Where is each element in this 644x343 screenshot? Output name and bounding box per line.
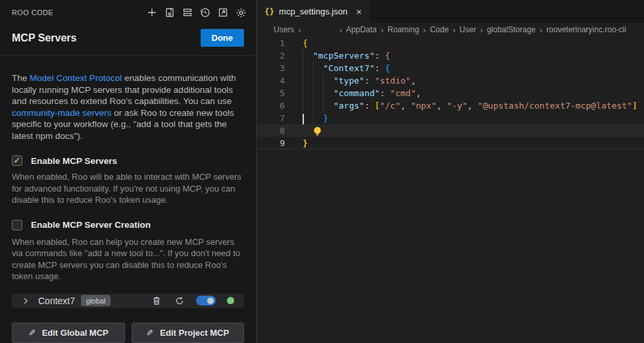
breadcrumb-item[interactable]: AppData (346, 25, 377, 34)
pencil-icon: ✎ (28, 328, 36, 338)
code-line[interactable]: 9} (257, 137, 644, 149)
line-number: 3 (257, 63, 303, 73)
breadcrumb-item[interactable]: Roaming (387, 25, 419, 34)
enable-mcp-creation-label: Enable MCP Server Creation (31, 220, 151, 230)
line-number: 5 (257, 88, 303, 98)
editor-pane: {} mcp_settings.json × Users › › AppData… (257, 0, 644, 343)
panel-header: ROO CODE (0, 0, 256, 18)
breadcrumb-item[interactable]: Users (274, 25, 294, 34)
code-line-text: "type": "stdio", (303, 74, 416, 87)
code-editor[interactable]: 1{2 "mcpServers": {3 "Context7": {4 "typ… (257, 37, 644, 343)
title-row: MCP Servers Done (0, 18, 256, 56)
line-number: 1 (257, 38, 303, 48)
vscode-window: ROO CODE (0, 0, 644, 343)
code-line-text: "mcpServers": { (303, 49, 390, 62)
enable-mcp-creation-row: Enable MCP Server Creation (12, 220, 244, 230)
toggle-knob (207, 298, 214, 304)
restart-server-icon[interactable] (175, 296, 184, 305)
code-line[interactable]: 8 } (257, 124, 644, 137)
tab-mcp-settings[interactable]: {} mcp_settings.json × (257, 0, 370, 22)
intro-paragraph: The Model Context Protocol enables commu… (12, 72, 244, 142)
enable-mcp-servers-checkbox[interactable]: ✓ (12, 155, 22, 166)
server-name: Context7 (38, 296, 75, 306)
chevron-right-icon: › (539, 25, 542, 35)
code-line[interactable]: 5 "command": "cmd", (257, 87, 644, 99)
code-line-text: } (303, 137, 308, 149)
breadcrumb-item[interactable]: globalStorage (487, 25, 535, 34)
chevron-right-icon: › (298, 25, 301, 35)
history-icon[interactable] (199, 7, 211, 18)
tab-bar: {} mcp_settings.json × (257, 0, 644, 22)
code-line-text: "command": "cmd", (303, 87, 421, 99)
pencil-icon: ✎ (146, 328, 153, 338)
panel-body: The Model Context Protocol enables commu… (0, 56, 256, 282)
community-servers-link[interactable]: community-made servers (12, 108, 112, 118)
delete-server-icon[interactable] (152, 296, 161, 305)
edit-buttons-row: ✎ Edit Global MCP ✎ Edit Project MCP (12, 323, 244, 343)
edit-global-mcp-button[interactable]: ✎ Edit Global MCP (12, 323, 125, 343)
enable-mcp-creation-description: When enabled, Roo can help you create ne… (12, 236, 244, 282)
breadcrumb: Users › › AppData › Roaming › Code › Use… (257, 22, 644, 37)
line-number: 4 (257, 76, 303, 86)
chevron-right-icon: › (381, 25, 384, 35)
mcp-protocol-link[interactable]: Model Context Protocol (30, 73, 122, 83)
chevron-right-icon: › (423, 25, 426, 35)
intro-text: The (12, 73, 30, 83)
enable-mcp-servers-label: Enable MCP Servers (31, 156, 117, 166)
header-icon-bar (146, 7, 247, 18)
enable-mcp-creation-checkbox[interactable] (12, 220, 22, 230)
code-line-text: { (303, 37, 308, 49)
prompts-icon[interactable] (164, 7, 176, 18)
json-file-icon: {} (264, 7, 274, 16)
open-in-editor-icon[interactable] (217, 7, 229, 18)
edit-global-mcp-label: Edit Global MCP (42, 328, 109, 338)
edit-project-mcp-label: Edit Project MCP (160, 328, 229, 338)
tab-close-icon[interactable]: × (356, 7, 362, 16)
plus-icon[interactable] (146, 7, 158, 18)
code-line-text: "Context7": { (303, 62, 390, 74)
text-cursor (303, 114, 304, 124)
chevron-right-icon: › (339, 25, 342, 35)
server-row-context7: Context7 global (12, 294, 244, 309)
line-number: 2 (257, 51, 303, 61)
server-enabled-toggle[interactable] (196, 296, 216, 305)
settings-gear-icon[interactable] (235, 7, 247, 18)
server-status-dot (227, 297, 234, 304)
breadcrumb-item[interactable]: rooveterinaryinc.roo-cli (547, 25, 626, 34)
done-button[interactable]: Done (201, 29, 245, 47)
code-line[interactable]: 2 "mcpServers": { (257, 49, 644, 62)
page-title: MCP Servers (12, 32, 76, 44)
line-number: 7 (257, 113, 303, 123)
chevron-right-icon: › (453, 25, 455, 35)
roo-code-panel: ROO CODE (0, 0, 257, 343)
code-line[interactable]: 6 "args": ["/c", "npx", "-y", "@upstash/… (257, 99, 644, 112)
breadcrumb-item[interactable]: User (459, 25, 476, 34)
mcp-servers-icon[interactable] (182, 7, 193, 18)
line-number: 8 (257, 126, 303, 136)
code-line[interactable]: 4 "type": "stdio", (257, 74, 644, 87)
code-line[interactable]: 3 "Context7": { (257, 62, 644, 74)
enable-mcp-servers-description: When enabled, Roo will be able to intera… (12, 171, 244, 206)
expand-chevron-icon[interactable] (22, 296, 31, 305)
code-line[interactable]: 1{ (257, 37, 644, 49)
line-number: 9 (257, 138, 303, 148)
line-number: 6 (257, 101, 303, 111)
enable-mcp-servers-row: ✓ Enable MCP Servers (12, 155, 244, 166)
chevron-right-icon: › (480, 25, 483, 35)
code-line-text: "args": ["/c", "npx", "-y", "@upstash/co… (303, 99, 637, 112)
breadcrumb-item[interactable]: Code (430, 25, 449, 34)
scope-badge: global (81, 295, 111, 306)
tab-filename: mcp_settings.json (279, 7, 347, 16)
edit-project-mcp-button[interactable]: ✎ Edit Project MCP (132, 323, 245, 343)
brand-label: ROO CODE (12, 9, 53, 16)
lightbulb-icon[interactable] (313, 126, 322, 136)
